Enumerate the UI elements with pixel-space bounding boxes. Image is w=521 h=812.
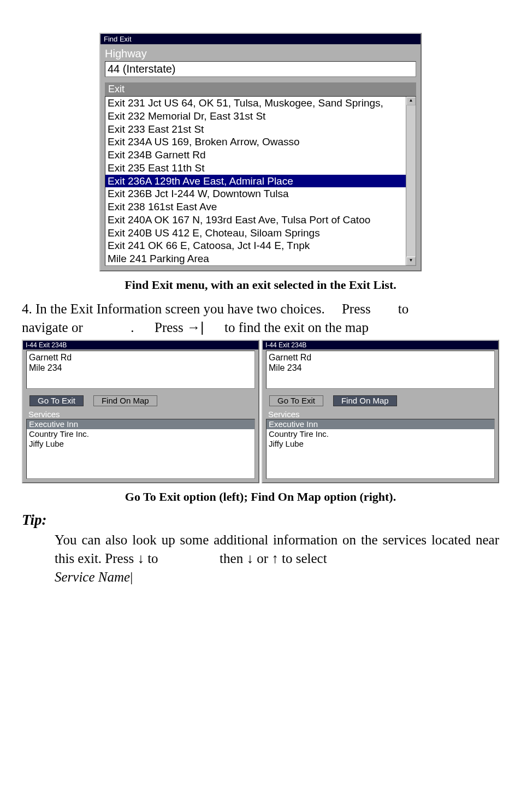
services-label: Services	[26, 410, 255, 419]
exit-list-item[interactable]: Mile 241 Parking Area	[105, 252, 406, 265]
up-arrow-icon: ↑	[271, 550, 279, 566]
services-list[interactable]: Executive InnCountry Tire Inc.Jiffy Lube	[26, 419, 255, 479]
exit-list-item[interactable]: Exit 231 Jct US 64, OK 51, Tulsa, Muskog…	[105, 97, 406, 110]
caption-dual: Go To Exit option (left); Find On Map op…	[22, 490, 499, 504]
service-item[interactable]: Country Tire Inc.	[27, 429, 254, 439]
services-list[interactable]: Executive InnCountry Tire Inc.Jiffy Lube	[266, 419, 495, 479]
find-exit-dialog: Find Exit Highway 44 (Interstate) Exit E…	[99, 33, 422, 271]
exit-info-left: I-44 Exit 234B Garnett Rd Mile 234 Go To…	[22, 340, 259, 483]
step4-text: 4. In the Exit Information screen you ha…	[22, 300, 499, 337]
find-on-map-button[interactable]: Find On Map	[333, 395, 397, 406]
service-item[interactable]: Jiffy Lube	[267, 439, 494, 449]
caption-find-exit: Find Exit menu, with an exit selected in…	[22, 278, 499, 292]
find-on-map-button[interactable]: Find On Map	[93, 395, 157, 406]
exit-info-panel: Garnett Rd Mile 234	[26, 351, 255, 389]
right-arrow-icon: →|	[187, 319, 204, 335]
exit-list-item[interactable]: Exit 234A US 169, Broken Arrow, Owasso	[105, 135, 406, 149]
scrollbar[interactable]: ▲ ▼	[406, 97, 416, 265]
service-item[interactable]: Executive Inn	[27, 419, 254, 429]
go-to-exit-button[interactable]: Go To Exit	[269, 395, 323, 406]
panel-title: I-44 Exit 234B	[23, 341, 258, 349]
tip-heading: Tip:	[22, 512, 499, 529]
exit-list-item[interactable]: Exit 232 Memorial Dr, East 31st St	[105, 110, 406, 123]
highway-label: Highway	[105, 46, 416, 61]
exit-list-item[interactable]: Exit 234B Garnett Rd	[105, 149, 406, 162]
down-arrow-icon: ↓	[246, 550, 253, 566]
exit-list-item[interactable]: Exit 235 East 11th St	[105, 162, 406, 175]
exit-list-item[interactable]: Exit 240B US 412 E, Choteau, Siloam Spri…	[105, 227, 406, 240]
exit-section-header: Exit	[105, 82, 416, 96]
scroll-up-icon[interactable]: ▲	[406, 97, 416, 105]
exit-info-panel: Garnett Rd Mile 234	[266, 351, 495, 389]
go-to-exit-button[interactable]: Go To Exit	[29, 395, 84, 406]
tip-body: You can also look up some additional inf…	[55, 531, 499, 586]
exit-list-item[interactable]: Exit 241 OK 66 E, Catoosa, Jct I-44 E, T…	[105, 239, 406, 252]
service-item[interactable]: Country Tire Inc.	[267, 429, 494, 439]
down-arrow-icon: ↓	[137, 550, 144, 566]
scroll-down-icon[interactable]: ▼	[406, 257, 416, 265]
highway-input[interactable]: 44 (Interstate)	[105, 61, 416, 77]
exit-list-item[interactable]: Exit 233 East 21st St	[105, 123, 406, 136]
dual-panel-row: I-44 Exit 234B Garnett Rd Mile 234 Go To…	[22, 340, 499, 483]
dialog-title: Find Exit	[100, 34, 421, 44]
exit-list-item[interactable]: Exit 236A 129th Ave East, Admiral Place	[105, 175, 406, 188]
panel-title: I-44 Exit 234B	[263, 341, 498, 349]
exit-info-right: I-44 Exit 234B Garnett Rd Mile 234 Go To…	[262, 340, 499, 483]
exit-list-item[interactable]: Exit 238 161st East Ave	[105, 200, 406, 214]
exit-listbox[interactable]: Exit 231 Jct US 64, OK 51, Tulsa, Muskog…	[105, 96, 416, 266]
exit-list-item[interactable]: Exit 236B Jct I-244 W, Downtown Tulsa	[105, 187, 406, 200]
service-item[interactable]: Jiffy Lube	[27, 439, 254, 449]
service-item[interactable]: Executive Inn	[267, 419, 494, 429]
services-label: Services	[266, 410, 495, 419]
exit-list-item[interactable]: Exit 240A OK 167 N, 193rd East Ave, Tuls…	[105, 214, 406, 227]
